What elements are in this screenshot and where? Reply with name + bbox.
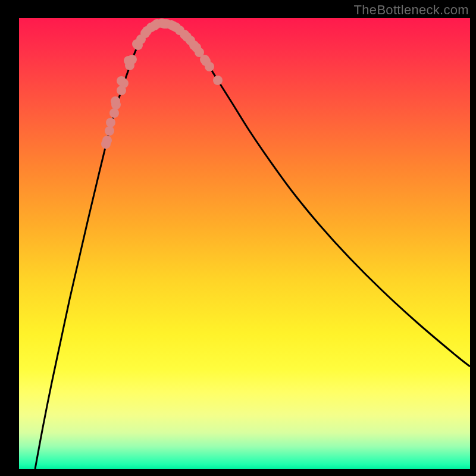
curve-marker	[111, 96, 120, 106]
curve-marker	[200, 55, 209, 64]
curve-marker	[117, 76, 126, 86]
watermark-text: TheBottleneck.com	[354, 2, 469, 18]
curve-marker	[101, 139, 111, 149]
curve-marker	[124, 56, 133, 65]
curve-marker	[189, 40, 199, 50]
curve-marker	[169, 21, 178, 31]
curve-marker	[159, 19, 169, 29]
curve-marker	[105, 126, 114, 136]
curve-overlay	[0, 0, 476, 476]
curve-marker	[140, 29, 150, 38]
curve-marker	[109, 108, 119, 118]
chart-frame: TheBottleneck.com	[0, 0, 476, 476]
bottleneck-curve	[35, 23, 470, 469]
curve-marker	[180, 30, 189, 39]
curve-marker	[213, 76, 223, 85]
curve-marker	[150, 21, 159, 30]
curve-marker	[132, 39, 142, 49]
curve-marker	[106, 118, 115, 127]
